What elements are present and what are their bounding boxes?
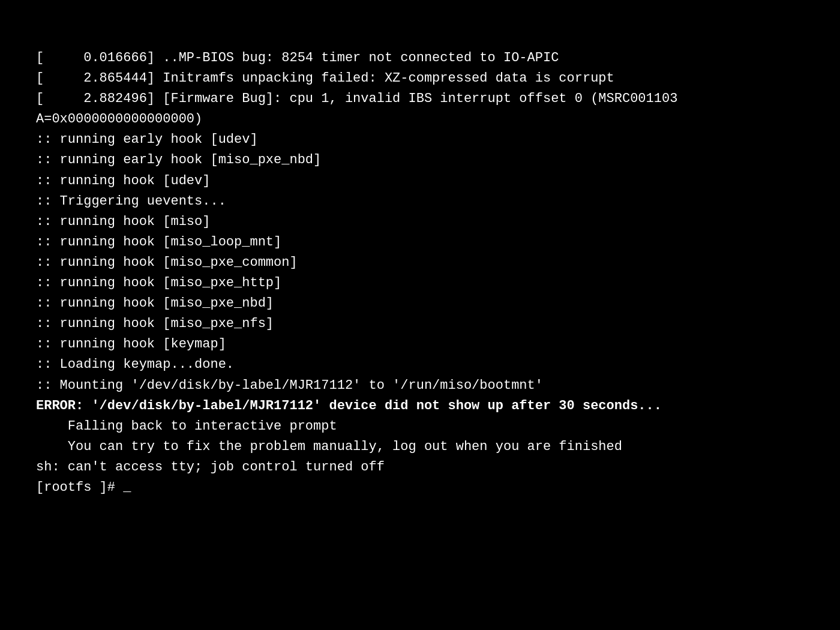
terminal-line-line1: [ 0.016666] ..MP-BIOS bug: 8254 timer no…: [36, 48, 804, 68]
terminal-line-line10: :: running hook [miso_loop_mnt]: [36, 232, 804, 253]
terminal-line-line2: [ 2.865444] Initramfs unpacking failed: …: [36, 68, 804, 89]
terminal-line-line3: [ 2.882496] [Firmware Bug]: cpu 1, inval…: [36, 89, 804, 109]
terminal-line-line22: [rootfs ]# _: [36, 478, 804, 498]
terminal-line-line19: Falling back to interactive prompt: [36, 416, 804, 437]
terminal-line-line4: A=0x0000000000000000): [36, 109, 804, 130]
terminal-line-line13: :: running hook [miso_pxe_nbd]: [36, 293, 804, 314]
terminal-line-line7: :: running hook [udev]: [36, 171, 804, 191]
terminal-line-line11: :: running hook [miso_pxe_common]: [36, 253, 804, 273]
terminal-line-line8: :: Triggering uevents...: [36, 191, 804, 212]
terminal-line-line5: :: running early hook [udev]: [36, 130, 804, 150]
terminal-line-line21: sh: can't access tty; job control turned…: [36, 457, 804, 478]
terminal-line-line15: :: running hook [keymap]: [36, 334, 804, 355]
terminal-line-line14: :: running hook [miso_pxe_nfs]: [36, 314, 804, 334]
terminal-screen: [ 0.016666] ..MP-BIOS bug: 8254 timer no…: [0, 0, 840, 630]
terminal-line-line12: :: running hook [miso_pxe_http]: [36, 273, 804, 293]
terminal-line-line6: :: running early hook [miso_pxe_nbd]: [36, 150, 804, 170]
terminal-line-line20: You can try to fix the problem manually,…: [36, 437, 804, 457]
terminal-line-line9: :: running hook [miso]: [36, 212, 804, 232]
terminal-line-line16: :: Loading keymap...done.: [36, 355, 804, 375]
terminal-line-line17: :: Mounting '/dev/disk/by-label/MJR17112…: [36, 376, 804, 396]
terminal-line-line18: ERROR: '/dev/disk/by-label/MJR17112' dev…: [36, 396, 804, 416]
